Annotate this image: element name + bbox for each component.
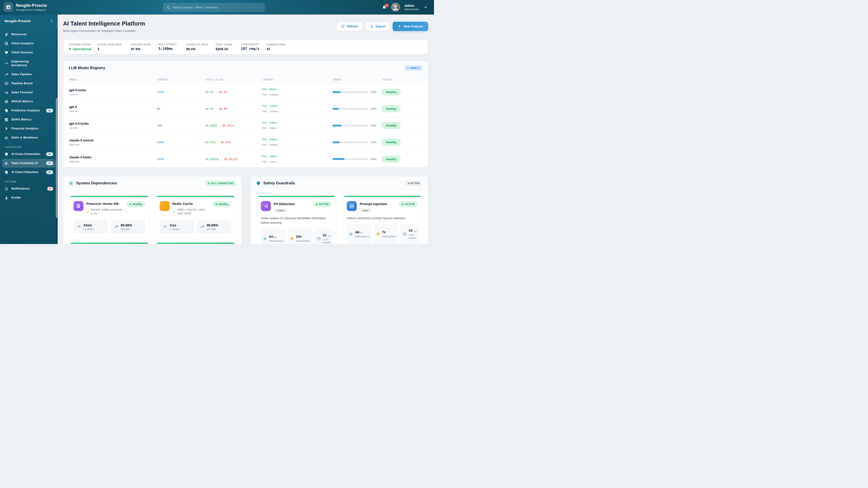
user-info[interactable]: Admin Administrator [404,4,419,11]
sidebar-section-system: SYSTEM [0,177,58,184]
download-icon [370,24,374,28]
gauge-icon [4,61,8,65]
avatar[interactable] [391,3,400,11]
top-navbar: Nexgile-Prescio Foresight-Driven Intelli… [0,0,434,14]
llm-model-registry: LLM Model Registry 5 MODELS MODELCONTEXT… [63,61,428,168]
model-name: gpt-4-turbo [69,88,157,92]
dollar-icon [4,127,8,131]
model-provider: Anthropic [69,143,157,146]
triggered-metric: 23xTRIGGERED [288,229,312,244]
table-row[interactable]: claude-3-haikuAnthropic 200K $0.00025 / … [63,151,428,167]
table-row[interactable]: gpt-4-turboOpenAI 128K $0.01 / $0.03 P50… [63,84,428,101]
status-dot [69,48,71,50]
dependencies-title: System Dependencies [76,181,117,186]
table-row[interactable]: claude-3-sonnetAnthropic 200K $0.003 / $… [63,134,428,151]
notification-count-badge: 3 [385,3,389,7]
model-latency: P50: 1200msP99: 3500ms [262,105,333,113]
table-row[interactable]: gpt-4OpenAI 8K $0.03 / $0.06 P50: 1200ms… [63,101,428,117]
page-title: AI Talent Intelligence Platform [63,20,145,27]
model-latency: P50: 180msP99: 520ms [262,155,333,163]
guardrail-scope-tag: Input [360,208,371,213]
model-cost: $0.003 / $0.015 [205,140,262,144]
shield-icon [4,152,8,156]
safety-guardrails-panel: Safety Guardrails 6 ACTIVE PII Detection… [250,176,428,244]
sidebar-item-sales-forecast[interactable]: Sales Forecast [2,88,55,97]
gauge-icon [163,225,167,229]
last-event-metric: 1d …LAST EVENT [401,224,419,243]
sidebar-title: Nexgile-Prescio [4,19,31,23]
shield-icon [256,181,260,186]
search-input[interactable] [173,6,261,9]
system-dependencies-panel: System Dependencies ALL CONNECTED Pineco… [63,176,242,244]
model-cost: $0.03 / $0.06 [205,107,262,110]
sidebar-item-team-assembly-ai[interactable]: Team Assembly AIAI [2,159,55,168]
dependency-endpoint: redis-cluster.internal:6379 [177,208,206,216]
refresh-button[interactable]: Refresh [337,22,362,31]
ai-head-icon [4,170,8,174]
dependency-card-pinecone[interactable]: Pinecone Vector DB talent-index.pinecone… [69,196,149,238]
sidebar-item-notifications[interactable]: Notifications3 [2,184,55,193]
model-name: gpt-4 [69,105,157,109]
sidebar-item-skills-workforce[interactable]: Skills & Workforce [2,133,55,142]
sidebar-item-resources[interactable]: Resources [2,30,55,39]
dependency-card-partial [69,242,149,244]
sidebar-scrollbar[interactable] [56,28,57,242]
clock-icon [317,237,321,240]
sidebar-item-ai-client-retention[interactable]: AI Client RetentionAI [2,168,55,177]
table-header: MODELCONTEXTCOST ($/1K)LATENCYUSAGESTATU… [63,75,428,84]
page-subtitle: Multi-Agent Orchestration for Intelligen… [63,29,145,33]
search-icon [166,5,170,9]
bell-icon [290,237,294,240]
status-operational: Operational [69,47,97,51]
global-search[interactable] [163,3,265,11]
nodes-icon [69,181,73,186]
sidebar-item-financial-analytics[interactable]: Financial Analytics [2,124,55,133]
sidebar-item-dora-metrics[interactable]: DORA Metrics [2,115,55,124]
model-name: claude-3-sonnet [69,138,157,142]
table-row[interactable]: gpt-3.5-turboOpenAI 16K $0.0005 / $0.001… [63,117,428,134]
plus-icon [398,24,401,28]
usage-bar [333,91,368,93]
input-enter-icon [347,201,357,211]
model-provider: Anthropic [69,160,157,163]
sidebar-item-ai-crisis-prevention[interactable]: AI Crisis PreventionAI [2,150,55,159]
model-context: 8K [157,107,205,110]
dependency-card-redis[interactable]: Redis Cache redis-cluster.internal:6379 … [155,196,236,238]
sidebar-scrollbar-thumb[interactable] [56,98,57,218]
ai-badge: AI [46,161,53,165]
new-analysis-button[interactable]: New Analysis [393,22,428,31]
model-context: 16K [157,124,205,127]
model-usage: 18% [333,107,382,110]
link-icon [86,210,89,214]
user-role: Administrator [404,8,419,11]
guardrail-card-prompt-injection[interactable]: Prompt Injection Input ACTIVE Detects an… [342,196,422,244]
sidebar-collapse-button[interactable] [50,19,54,23]
status-badge: Healthy [382,139,401,146]
notifications-bell-icon[interactable]: 3 [382,5,387,10]
user-menu-chevron-down-icon[interactable] [424,5,428,9]
metric-cost-today: COST TODAY$209.16 [216,43,241,51]
guardrail-card-pii-detection[interactable]: PII Detection Output ACTIVE Scans output… [256,196,336,244]
export-button[interactable]: Export [366,22,390,31]
sidebar-item-space-metrics[interactable]: SPACE Metrics [2,97,55,106]
link-icon [173,210,176,214]
guardrails-title: Safety Guardrails [264,181,295,186]
sidebar-item-engineering-excellence[interactable]: Engineering Excellence [2,57,55,70]
sidebar-item-pipeline-board[interactable]: Pipeline Board [2,79,55,88]
ai-badge: AI [46,170,53,174]
sidebar-item-profile[interactable]: Profile [2,193,55,202]
sidebar-item-sales-pipeline[interactable]: Sales Pipeline [2,70,55,79]
sidebar-item-client-success[interactable]: Client Success [2,48,55,57]
users-icon [4,136,8,140]
triggered-metric: 7xTRIGGERED [374,224,398,243]
last-event-metric: 1h …LAST EVENT [315,229,333,244]
sidebar-item-client-analytics[interactable]: Client Analytics [2,39,55,48]
all-connected-badge: ALL CONNECTED [206,181,236,186]
kanban-icon [4,82,8,86]
model-name: claude-3-haiku [69,156,157,159]
bolt-icon [160,201,169,211]
trend-up-icon [114,225,118,229]
brand: Nexgile-Prescio Foresight-Driven Intelli… [0,2,95,12]
metric-active-analyses: ACTIVE ANALYSES3 [97,43,131,51]
sidebar-item-predictive-analytics[interactable]: Predictive AnalyticsAI [2,106,55,115]
